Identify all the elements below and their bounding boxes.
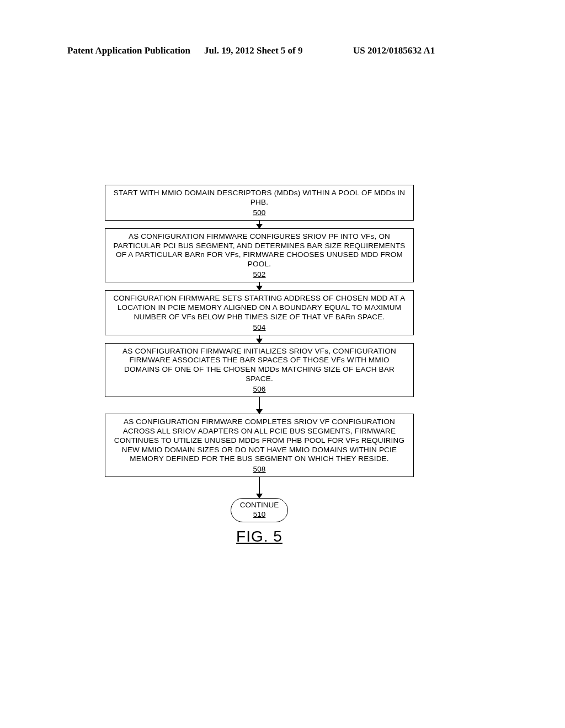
flow-ref: 502: [112, 270, 407, 280]
flow-ref: 508: [112, 465, 407, 474]
header-right: US 2012/0185632 A1: [353, 45, 435, 56]
flow-ref: 506: [112, 385, 407, 394]
flow-text: AS CONFIGURATION FIRMWARE CONFIGURES SRI…: [113, 232, 405, 269]
arrow-504-506: [105, 335, 414, 343]
flow-ref: 500: [112, 208, 407, 218]
flow-text: AS CONFIGURATION FIRMWARE COMPLETES SRIO…: [114, 417, 404, 463]
arrow-502-504: [105, 282, 414, 290]
flow-box-506: AS CONFIGURATION FIRMWARE INITIALIZES SR…: [105, 343, 414, 397]
terminator-text: CONTINUE: [240, 501, 279, 509]
arrow-500-502: [105, 221, 414, 228]
flow-terminator-510: CONTINUE 510: [231, 498, 289, 522]
header-center: Jul. 19, 2012 Sheet 5 of 9: [204, 45, 303, 56]
terminator-ref: 510: [240, 510, 279, 520]
flow-ref: 504: [112, 323, 407, 333]
flow-box-500: START WITH MMIO DOMAIN DESCRIPTORS (MDDs…: [105, 185, 414, 221]
flow-box-502: AS CONFIGURATION FIRMWARE CONFIGURES SRI…: [105, 228, 414, 282]
flow-text: START WITH MMIO DOMAIN DESCRIPTORS (MDDs…: [114, 189, 405, 206]
figure-label: FIG. 5: [105, 528, 414, 545]
flowchart: START WITH MMIO DOMAIN DESCRIPTORS (MDDs…: [105, 185, 414, 545]
flow-text: CONFIGURATION FIRMWARE SETS STARTING ADD…: [113, 294, 405, 321]
flow-text: AS CONFIGURATION FIRMWARE INITIALIZES SR…: [122, 347, 396, 383]
arrow-506-508: [105, 397, 414, 414]
arrow-508-510: [105, 477, 414, 498]
flow-box-508: AS CONFIGURATION FIRMWARE COMPLETES SRIO…: [105, 414, 414, 477]
flow-box-504: CONFIGURATION FIRMWARE SETS STARTING ADD…: [105, 290, 414, 335]
header-left: Patent Application Publication: [67, 45, 190, 56]
